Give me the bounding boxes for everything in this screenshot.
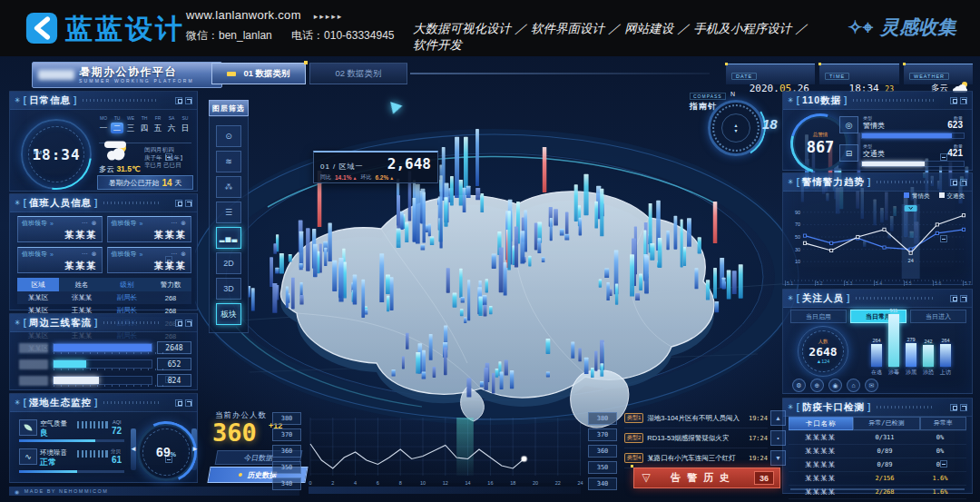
- svg-text:12: 12: [443, 480, 448, 486]
- more-icon[interactable]: ⋯ ⊗: [82, 251, 98, 258]
- alert-text: 湿地3-104片区有不明人员闯入: [647, 414, 745, 423]
- noise-icon: ∿: [19, 448, 37, 465]
- pin-icon[interactable]: [175, 320, 182, 327]
- focus-bar: 264上访: [939, 338, 952, 377]
- expand-icon[interactable]: [960, 404, 967, 411]
- alert-time: 19:24: [749, 415, 768, 422]
- focus-tab[interactable]: 当日启用: [790, 310, 847, 323]
- scroll-up-icon[interactable]: ▲: [770, 410, 786, 426]
- ruler-mark: 5.5: [904, 281, 912, 286]
- gauge-arrow-right[interactable]: ►: [191, 445, 199, 453]
- monitor-icon[interactable]: ⊙: [216, 125, 241, 147]
- pin-icon[interactable]: [175, 97, 182, 104]
- svg-text:90: 90: [795, 210, 800, 215]
- pin-icon[interactable]: [175, 399, 182, 407]
- traffic-icon: ⊟: [839, 144, 858, 162]
- column-header[interactable]: 级别: [104, 281, 150, 290]
- week-day[interactable]: TU二: [111, 115, 123, 133]
- alert-tag: 类型4: [624, 453, 643, 463]
- expand-icon[interactable]: [185, 399, 192, 407]
- chart-icon[interactable]: ▂▅▃: [216, 227, 241, 249]
- table-row[interactable]: 某某某某0/890%: [789, 445, 966, 458]
- inspiration-collect-button[interactable]: ✧⌖ 灵感收集: [848, 15, 956, 40]
- column-header[interactable]: 警力数: [150, 281, 191, 290]
- panel-header: ✳[ 关注人员]: [783, 290, 972, 308]
- legend-swatch: [904, 192, 909, 198]
- week-day[interactable]: WE三: [124, 115, 137, 133]
- home-icon[interactable]: ⌂: [847, 379, 860, 392]
- pin-icon[interactable]: [950, 179, 957, 186]
- website-link[interactable]: www.lanlanwork.com: [186, 8, 301, 22]
- gear-icon[interactable]: ⚙: [792, 379, 806, 392]
- more-icon[interactable]: ⋯ ⊗: [171, 251, 187, 258]
- week-day[interactable]: MO一: [97, 115, 110, 133]
- column-header[interactable]: 异常率: [920, 417, 966, 430]
- expand-icon[interactable]: [185, 200, 192, 207]
- legend-item[interactable]: 交通类: [939, 192, 965, 201]
- pin-icon[interactable]: [950, 295, 957, 302]
- duty-role-label: 值班领导: [22, 250, 47, 259]
- mode-3d[interactable]: 3D: [216, 278, 241, 300]
- blocks[interactable]: 板块: [216, 303, 241, 325]
- duty-leader-cards: 值班领导»⋯ ⊗某某某值班领导»⋯ ⊗某某某值班领导»⋯ ⊗某某某值班领导»⋯ …: [17, 216, 191, 273]
- week-day[interactable]: TH四: [138, 115, 151, 133]
- legend-swatch: [939, 192, 945, 198]
- type-bar-fill: [862, 133, 952, 138]
- duty-leader-card[interactable]: 值班领导»⋯ ⊗某某某: [107, 216, 192, 242]
- pin-icon[interactable]: [175, 200, 182, 207]
- alert-row[interactable]: 类型1湿地3-104片区有不明人员闯入19:24: [624, 408, 768, 428]
- expand-icon[interactable]: [960, 295, 967, 302]
- record-icon[interactable]: ◉: [828, 379, 842, 392]
- column-header[interactable]: 姓名: [59, 281, 104, 290]
- alert-tag: 类型2: [624, 433, 643, 443]
- clock-time: 18:34: [32, 146, 80, 163]
- expand-icon[interactable]: [960, 97, 967, 104]
- svg-text:8: 8: [399, 480, 402, 486]
- target-icon[interactable]: ⊕: [810, 379, 824, 392]
- more-icon[interactable]: ⋯ ⊗: [82, 220, 98, 227]
- alert-row[interactable]: 类型4某路口有小汽车连闯三个红灯19:24: [624, 448, 768, 468]
- column-header[interactable]: 卡口名称: [789, 417, 853, 430]
- week-strip: MO一TU二WE三TH四FR五SA六SU日: [97, 115, 191, 133]
- minimize-icon[interactable]: [940, 460, 947, 468]
- tab-data-category-1[interactable]: 01 数据类别: [211, 63, 306, 84]
- expand-icon[interactable]: [960, 179, 967, 186]
- flow-fill: [54, 360, 86, 368]
- column-header[interactable]: 区域: [17, 278, 59, 291]
- expand-icon[interactable]: [185, 320, 192, 327]
- tab-data-category-2[interactable]: 02 数据类别: [309, 63, 407, 84]
- column-header[interactable]: 异常/已检测: [853, 417, 919, 430]
- more-icon[interactable]: ⋯ ⊗: [171, 220, 187, 227]
- gauge-arrow-left[interactable]: ◄: [130, 445, 137, 453]
- bar-value: 279: [906, 337, 915, 342]
- cell-checkpoint-name: 某某某某: [789, 447, 852, 456]
- alert-row[interactable]: 类型2RD13-53烟感报警疑似火灾17:24: [624, 428, 768, 448]
- ruler-mark: 5.4: [874, 281, 882, 286]
- count-value: 623: [947, 120, 963, 130]
- legend-item[interactable]: 警情类: [904, 192, 930, 201]
- table-row[interactable]: 某某区张某某副局长268: [17, 291, 191, 304]
- cell-checkpoint-name: 某某某某: [789, 433, 852, 442]
- week-day[interactable]: SA六: [165, 115, 178, 133]
- signal-icon[interactable]: ≋: [216, 151, 241, 172]
- pin-icon[interactable]: [950, 404, 957, 411]
- table-row[interactable]: 某某某某0/3110%: [789, 431, 966, 445]
- week-day[interactable]: FR五: [152, 115, 164, 133]
- mail-icon[interactable]: ✉: [865, 379, 878, 392]
- pin-icon[interactable]: [950, 97, 957, 104]
- scrollbar[interactable]: [790, 488, 965, 490]
- duty-leader-card[interactable]: 值班领导»⋯ ⊗某某某: [107, 247, 192, 273]
- expand-icon[interactable]: [185, 97, 192, 104]
- scroll-dot-icon[interactable]: •: [770, 430, 786, 446]
- police-icon[interactable]: ⁂: [216, 176, 241, 198]
- list-icon[interactable]: ☰: [216, 202, 241, 223]
- week-day[interactable]: SU日: [179, 115, 191, 133]
- mode-2d[interactable]: 2D: [216, 252, 241, 274]
- alert-history-button[interactable]: ▽! 告警历史 36: [633, 468, 780, 488]
- duty-leader-card[interactable]: 值班领导»⋯ ⊗某某某: [17, 216, 103, 242]
- duty-leader-card[interactable]: 值班领导»⋯ ⊗某某某: [17, 247, 103, 273]
- promo-banner: 蓝蓝设计 www.lanlanwork.com ▸▸▸▸▸ 微信：ben_lan…: [0, 0, 980, 56]
- scroll-down-icon[interactable]: ▼: [770, 450, 786, 466]
- table-row[interactable]: 某某某某2/1561.6%: [789, 472, 966, 486]
- bar-rect: [888, 314, 899, 367]
